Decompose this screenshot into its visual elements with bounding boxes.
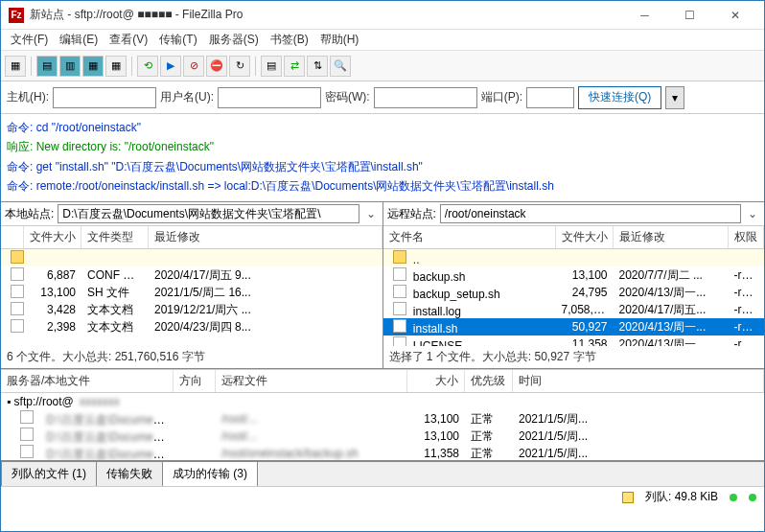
folder-icon [393,250,406,264]
site-manager-button[interactable]: ▦ [5,56,26,77]
queue-tab[interactable]: 传输失败 [96,461,163,486]
cancel-button[interactable]: ⊘ [183,56,204,77]
menu-item[interactable]: 帮助(H) [314,30,365,50]
user-label: 用户名(U): [160,89,214,105]
local-path-input[interactable] [58,204,359,223]
reconnect-button[interactable]: ↻ [229,56,250,77]
lock-icon [622,492,634,503]
queue-server-row[interactable]: ▪ sftp://root@xxxxxxx [1,393,764,410]
local-path-dropdown[interactable]: ⌄ [363,207,379,220]
host-label: 主机(H): [7,89,49,105]
transfer-queue[interactable]: ▪ sftp://root@xxxxxxx D:\百度云盘\Documents\… [1,393,764,460]
toggle-local-tree-button[interactable]: ▥ [59,56,81,77]
queue-size-label: 列队: 49.8 KiB [645,489,718,505]
queue-row[interactable]: D:\百度云盘\Documents\.../root/...13,100正常20… [1,428,764,445]
queue-tab[interactable]: 列队的文件 (1) [1,461,97,486]
queue-col-priority[interactable]: 优先级 [465,370,513,392]
table-row[interactable]: 13,100SH 文件2021/1/5/周二 16... [1,284,382,301]
compare-button[interactable]: ⇄ [284,56,305,77]
table-row[interactable]: install.sh50,9272020/4/13/周一...-rwxr-xr-… [383,318,765,335]
file-icon [393,336,406,347]
table-row[interactable]: backup.sh13,1002020/7/7/周二 ...-rwxr-xr-x [383,266,765,284]
local-status: 6 个文件。大小总共: 251,760,516 字节 [1,346,382,368]
table-row[interactable]: .. [383,249,765,266]
queue-col-size[interactable]: 大小 [407,370,465,392]
local-col-size[interactable]: 文件大小 [24,226,81,248]
host-input[interactable] [53,87,156,108]
local-col-type[interactable]: 文件类型 [81,226,149,248]
separator [131,57,132,76]
filter-button[interactable]: ▤ [261,56,282,77]
menu-item[interactable]: 文件(F) [5,30,54,50]
connection-status-icon [730,494,737,501]
file-icon [393,302,406,315]
local-col-modified[interactable]: 最近修改 [149,226,382,248]
window-title: 新站点 - sftp://root@ ■■■■■ - FileZilla Pro [30,7,623,23]
queue-col-remote[interactable]: 远程文件 [216,370,407,392]
table-row[interactable]: 6,887CONF 文件2020/4/17/周五 9... [1,266,382,284]
refresh-button[interactable]: ⟲ [137,56,158,77]
quickconnect-dropdown[interactable]: ▾ [665,86,684,109]
queue-col-direction[interactable]: 方向 [174,370,216,392]
table-row[interactable]: 2,398文本文档2020/4/23/周四 8... [1,318,382,335]
queue-tab[interactable]: 成功的传输 (3) [162,461,258,486]
remote-path-dropdown[interactable]: ⌄ [745,207,760,220]
remote-site-label: 远程站点: [387,206,436,222]
queue-row[interactable]: D:\百度云盘\Documents\.../root/...13,100正常20… [1,410,764,428]
search-button[interactable]: 🔍 [330,56,351,77]
file-icon [11,285,24,298]
remote-col-name[interactable]: 文件名 [383,226,556,248]
pass-input[interactable] [374,87,477,108]
folder-icon [11,250,24,264]
remote-col-size[interactable]: 文件大小 [556,226,614,248]
process-queue-button[interactable]: ▶ [160,56,181,77]
file-icon [11,267,24,281]
local-file-list[interactable]: 6,887CONF 文件2020/4/17/周五 9...13,100SH 文件… [1,249,382,346]
remote-col-modified[interactable]: 最近修改 [614,226,729,248]
queue-col-time[interactable]: 时间 [513,370,764,392]
remote-col-perms[interactable]: 权限 [729,226,765,248]
pass-label: 密码(W): [325,89,370,105]
toggle-remote-tree-button[interactable]: ▦ [82,56,104,77]
menu-item[interactable]: 编辑(E) [54,30,104,50]
close-button[interactable]: ✕ [713,2,756,29]
separator [31,57,32,76]
quickconnect-button[interactable]: 快速连接(Q) [578,86,661,109]
file-icon [11,319,24,333]
toggle-log-button[interactable]: ▤ [36,56,58,77]
port-label: 端口(P): [481,89,522,105]
file-icon [393,319,406,333]
menu-item[interactable]: 书签(B) [265,30,314,50]
message-log[interactable]: 命令: cd "/root/oneinstack"响应: New directo… [1,114,764,202]
table-row[interactable] [1,249,382,266]
app-icon: Fz [9,8,24,23]
menu-item[interactable]: 传输(T) [153,30,202,50]
remote-status: 选择了 1 个文件。大小总共: 50,927 字节 [383,346,765,368]
separator [255,57,256,76]
local-site-label: 本地站点: [5,206,54,222]
table-row[interactable]: 3,428文本文档2019/12/21/周六 ... [1,301,382,318]
sync-browse-button[interactable]: ⇅ [307,56,328,77]
file-icon [393,267,406,281]
local-col-icon[interactable] [1,226,24,248]
menu-item[interactable]: 查看(V) [104,30,153,50]
remote-file-list[interactable]: .. backup.sh13,1002020/7/7/周二 ...-rwxr-x… [383,249,765,346]
table-row[interactable]: LICENSE11,3582020/4/13/周一...-rw-r--r-- [383,335,765,346]
maximize-button[interactable]: ☐ [668,2,711,29]
file-icon [11,302,24,315]
table-row[interactable]: backup_setup.sh24,7952020/4/13/周一...-rwx… [383,284,765,301]
remote-path-input[interactable] [440,204,741,223]
user-input[interactable] [218,87,321,108]
menu-item[interactable]: 服务器(S) [203,30,265,50]
queue-col-server[interactable]: 服务器/本地文件 [1,370,174,392]
queue-row[interactable]: D:\百度云盘\Documents\.../root/oneinstack/ba… [1,445,764,460]
file-icon [393,285,406,298]
table-row[interactable]: install.log7,058,6...2020/4/17/周五...-rw-… [383,301,765,318]
connection-status-icon [749,494,756,501]
port-input[interactable] [526,87,574,108]
disconnect-button[interactable]: ⛔ [206,56,227,77]
toggle-queue-button[interactable]: ▦ [105,56,127,77]
minimize-button[interactable]: ─ [623,2,666,29]
